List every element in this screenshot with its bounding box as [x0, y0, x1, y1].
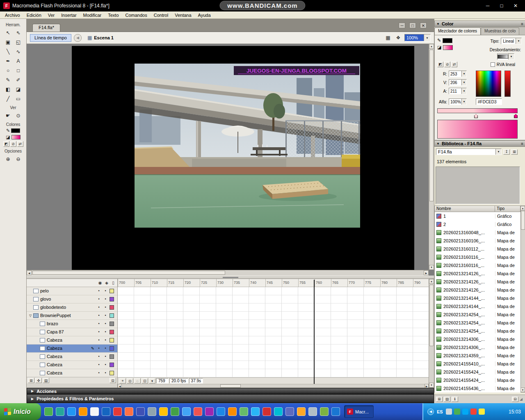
menu-item[interactable]: Insertar: [58, 12, 80, 18]
scroll-down-arrow[interactable]: ▼: [429, 383, 434, 388]
free-transform-tool[interactable]: ▣: [3, 38, 13, 47]
scroll-right-arrow[interactable]: ▶: [425, 384, 429, 388]
layer-outline-color[interactable]: [110, 354, 114, 359]
column-header-name[interactable]: Nombre: [435, 206, 495, 212]
scroll-thumb[interactable]: [429, 50, 434, 201]
frame-ruler[interactable]: 7007057107157207257307357407457507557607…: [118, 279, 429, 287]
scroll-up-arrow[interactable]: ▲: [520, 206, 525, 210]
quick-launch-icon[interactable]: [182, 407, 191, 416]
tray-icon[interactable]: [446, 409, 452, 415]
doc-close-button[interactable]: ✕: [420, 23, 427, 28]
layer-lock-dot[interactable]: •: [102, 313, 109, 317]
quick-launch-icon[interactable]: [90, 407, 99, 416]
overflow-select[interactable]: ▼: [497, 53, 514, 60]
library-item-row[interactable]: 2 Gráfico: [435, 220, 520, 228]
gradient-stop-handle[interactable]: [514, 114, 518, 118]
pin-library-button[interactable]: ↧: [503, 149, 510, 155]
layer-name[interactable]: BrowniePuppet: [40, 313, 90, 318]
menu-item[interactable]: Ver: [45, 12, 58, 18]
layer-lock-dot[interactable]: •: [102, 322, 109, 326]
layer-outline-color[interactable]: [110, 330, 114, 334]
default-colors-button[interactable]: ◩: [3, 141, 9, 147]
quick-launch-icon[interactable]: [205, 407, 214, 416]
swap-colors-button[interactable]: ⇄: [17, 141, 23, 147]
default-colors-button[interactable]: ◩: [437, 62, 443, 67]
no-color-button[interactable]: ⊘: [10, 141, 16, 147]
quick-launch-icon[interactable]: [159, 407, 168, 416]
canvas-pasteboard[interactable]: JUEGOS-EN-JENGA.BLOGSPOT.COM ▲ ▼ ◀ ▶: [27, 44, 434, 276]
quick-launch-icon[interactable]: [240, 407, 248, 416]
layer-name[interactable]: globodetexto: [40, 305, 90, 310]
eraser-tool[interactable]: ▭: [14, 94, 23, 103]
layer-visibility-dot[interactable]: •: [96, 322, 102, 326]
library-item-name[interactable]: 2: [443, 222, 495, 227]
library-item-name[interactable]: 20260213214126_...: [443, 279, 495, 284]
tab-color-swatches[interactable]: Muestras de colo: [481, 27, 519, 35]
panel-menu-icon[interactable]: ≡: [521, 142, 523, 146]
quick-launch-icon[interactable]: [56, 407, 64, 416]
library-scrollbar[interactable]: ▲ ▼: [520, 205, 525, 393]
show-hide-all-layers-icon[interactable]: ◉: [97, 281, 103, 285]
scroll-thumb[interactable]: [521, 211, 525, 230]
doc-minimize-button[interactable]: ─: [399, 23, 405, 28]
layer-name[interactable]: pelo: [40, 288, 90, 293]
gradient-definition-bar[interactable]: [437, 108, 518, 113]
library-item-row[interactable]: 20260213214359_... Mapa de: [435, 352, 520, 360]
zoom-value[interactable]: 100%: [405, 34, 424, 41]
quick-launch-icon[interactable]: [102, 407, 110, 416]
library-item-row[interactable]: 20260214155424_... Mapa de: [435, 368, 520, 376]
text-tool[interactable]: A: [14, 57, 23, 66]
doc-restore-button[interactable]: □: [409, 23, 416, 28]
library-item-row[interactable]: 20260213214306_... Mapa de: [435, 335, 520, 343]
gradient-type-select[interactable]: Lineal ▼: [501, 38, 522, 44]
taskbar-task-flash[interactable]: F Macr...: [344, 405, 374, 418]
layer-outline-color[interactable]: [110, 363, 114, 367]
scroll-right-arrow[interactable]: ▶: [424, 270, 429, 275]
center-frame-button[interactable]: ⌖: [119, 378, 126, 383]
scroll-thumb[interactable]: [220, 384, 241, 388]
library-item-name[interactable]: 20260213214144_...: [443, 296, 495, 301]
timeline-horizontal-scrollbar[interactable]: ◀ ▶: [118, 384, 429, 388]
quick-launch-icon[interactable]: [228, 407, 237, 416]
library-panel-header[interactable]: ▼ Biblioteca - F14.fla ≡: [434, 140, 525, 147]
library-item-name[interactable]: 20260214155424_...: [443, 378, 495, 383]
layer-lock-dot[interactable]: •: [102, 289, 109, 293]
lock-all-layers-icon[interactable]: ◈: [103, 281, 110, 285]
zoom-combo[interactable]: 100% ▼: [404, 34, 431, 41]
library-item-name[interactable]: 20260213160112_...: [443, 247, 495, 251]
red-field[interactable]: 253 ▼: [449, 71, 467, 77]
scroll-up-arrow[interactable]: ▲: [429, 279, 434, 284]
hidden-icons-chevron[interactable]: ◀: [427, 409, 434, 415]
quick-launch-icon[interactable]: [331, 407, 340, 416]
language-indicator[interactable]: ES: [437, 409, 443, 414]
delete-item-button[interactable]: ⊟: [512, 397, 518, 402]
dropdown-arrow-icon[interactable]: ▼: [508, 54, 514, 59]
layer-visibility-dot[interactable]: •: [96, 289, 102, 293]
quick-launch-icon[interactable]: [113, 407, 122, 416]
library-item-row[interactable]: 20260214155424_... Mapa de: [435, 376, 520, 384]
swap-colors-button[interactable]: ⇄: [451, 62, 457, 67]
zoom-dropdown-arrow[interactable]: ▼: [424, 34, 430, 41]
timeline-layer-row[interactable]: ▽ Cabeza ✎ • •: [27, 361, 117, 369]
quick-launch-icon[interactable]: [285, 407, 294, 416]
library-item-row[interactable]: 20260213160106_... Mapa de: [435, 237, 520, 245]
layer-outline-color[interactable]: [110, 313, 114, 318]
library-item-name[interactable]: 20260213214254_...: [443, 312, 495, 317]
quick-launch-icon[interactable]: [262, 407, 271, 416]
library-item-name[interactable]: 20260213214254_...: [443, 320, 495, 325]
frames-grid[interactable]: [118, 287, 429, 377]
library-item-name[interactable]: 20260213214306_...: [443, 337, 495, 342]
layer-visibility-dot[interactable]: •: [96, 313, 102, 317]
layer-name[interactable]: glovo: [40, 297, 90, 301]
library-item-row[interactable]: 20260213160112_... Mapa de: [435, 245, 520, 253]
pen-tool[interactable]: ✒: [3, 57, 13, 66]
layer-visibility-dot[interactable]: •: [96, 354, 102, 358]
library-item-name[interactable]: 20260213214126_...: [443, 271, 495, 276]
library-item-row[interactable]: 20260213160048_... Mapa de: [435, 228, 520, 237]
scroll-left-arrow[interactable]: ◀: [27, 270, 32, 275]
scroll-down-arrow[interactable]: ▼: [520, 388, 525, 392]
menu-item[interactable]: Archivo: [2, 12, 23, 18]
timeline-layer-row[interactable]: ▽ globodetexto ✎ • •: [27, 304, 117, 312]
frame-rate-indicator[interactable]: 20.0 fps: [169, 378, 188, 383]
layer-visibility-dot[interactable]: •: [96, 330, 102, 334]
